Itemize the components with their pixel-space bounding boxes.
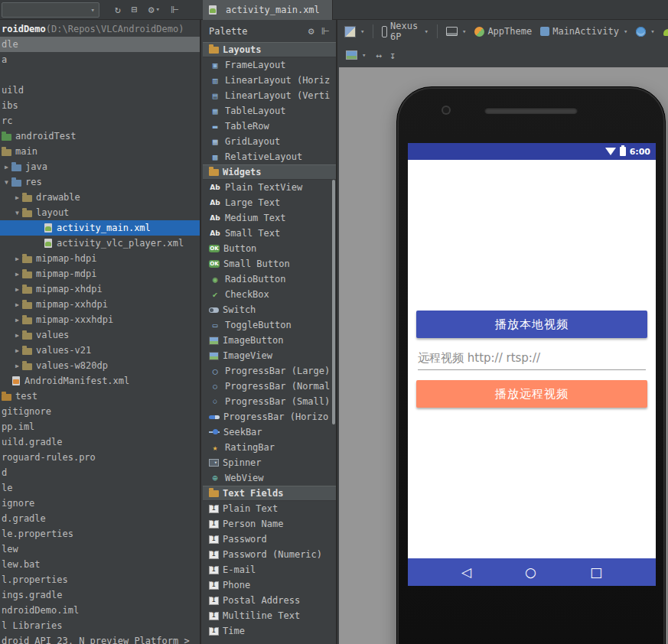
tree-row-ings-gradle[interactable]: ings.gradle xyxy=(0,587,200,603)
palette-item-imageview[interactable]: ImageView xyxy=(203,348,336,363)
chevron-collapsed-icon[interactable]: ▶ xyxy=(12,363,22,369)
pan-icon[interactable]: ↔ xyxy=(376,50,382,60)
tree-row-layout[interactable]: ▼layout xyxy=(0,205,200,220)
tree-row-l-properties[interactable]: l.properties xyxy=(0,572,200,587)
palette-item-phone[interactable]: IPhone xyxy=(203,577,336,593)
editor-tab-activity-main[interactable]: activity_main.xml xyxy=(203,0,333,20)
palette-item-linearlayout-verti[interactable]: ▤LinearLayout (Verti xyxy=(203,88,336,103)
tree-row-lew[interactable]: lew xyxy=(0,542,200,557)
tree-row-androidmanifest-xml[interactable]: AndroidManifest.xml xyxy=(0,373,200,389)
tree-row-mipmap-xhdpi[interactable]: ▶mipmap-xhdpi xyxy=(0,281,200,297)
tree-row-activity-vlc-player-xml[interactable]: activity_vlc_player.xml xyxy=(0,236,200,251)
settings-button[interactable]: ⚙ ▾ xyxy=(148,5,160,15)
tree-row-rc[interactable]: rc xyxy=(0,113,200,128)
tree-row-drawable[interactable]: ▶drawable xyxy=(0,190,200,205)
tree-row-d-gradle[interactable]: d.gradle xyxy=(0,511,200,526)
tree-row-lew-bat[interactable]: lew.bat xyxy=(0,557,200,572)
palette-scrollbar[interactable] xyxy=(332,180,335,424)
palette-item-spinner[interactable]: ▾Spinner xyxy=(203,455,336,470)
tree-row-l-libraries[interactable]: l Libraries xyxy=(0,618,200,633)
palette-section-text-fields[interactable]: Text Fields xyxy=(203,486,336,501)
palette-item-progressbar-small[interactable]: ○ProgressBar (Small) xyxy=(203,394,336,409)
palette-item-small-button[interactable]: OKSmall Button xyxy=(203,256,336,272)
tree-row-res[interactable]: ▼res xyxy=(0,174,200,190)
surface-config-button[interactable]: ▾ xyxy=(342,24,367,39)
chevron-collapsed-icon[interactable]: ▶ xyxy=(12,317,22,324)
palette-item-framelayout[interactable]: ▣FrameLayout xyxy=(203,57,336,73)
tree-row-main[interactable]: main xyxy=(0,144,200,159)
locale-selector[interactable]: ▾ xyxy=(634,25,657,38)
chevron-expanded-icon[interactable]: ▼ xyxy=(2,179,11,186)
tree-row-ibs[interactable]: ibs xyxy=(0,98,200,113)
palette-item-e-mail[interactable]: IE-mail xyxy=(203,562,336,577)
tree-row-pp-iml[interactable]: pp.iml xyxy=(0,419,200,434)
palette-item-ratingbar[interactable]: ★RatingBar xyxy=(203,440,336,455)
play-remote-button[interactable]: 播放远程视频 xyxy=(416,380,647,408)
tree-row-roiddemo[interactable]: roidDemo (D:\Repos\VLCAndroidDemo) xyxy=(0,21,200,37)
theme-selector[interactable]: AppTheme xyxy=(472,24,534,38)
palette-item-imagebutton[interactable]: ImageButton xyxy=(203,333,336,348)
palette-item-small-text[interactable]: AbSmall Text xyxy=(203,226,336,241)
palette-item-seekbar[interactable]: SeekBar xyxy=(203,424,336,440)
palette-item-multiline-text[interactable]: IMultiline Text xyxy=(203,608,336,623)
tree-row-d[interactable]: d xyxy=(0,465,200,480)
chevron-collapsed-icon[interactable]: ▶ xyxy=(12,194,22,201)
palette-section-widgets[interactable]: Widgets xyxy=(203,164,336,180)
play-local-button[interactable]: 播放本地视频 xyxy=(416,311,647,338)
back-icon[interactable]: ◁ xyxy=(461,566,471,579)
chevron-collapsed-icon[interactable]: ▶ xyxy=(12,332,22,339)
activity-selector[interactable]: MainActivity ▾ xyxy=(538,24,630,38)
palette-item-person-name[interactable]: IPerson Name xyxy=(203,516,336,532)
palette-item-plain-textview[interactable]: AbPlain TextView xyxy=(203,180,336,195)
palette-item-medium-text[interactable]: AbMedium Text xyxy=(203,210,336,226)
screenshot-button[interactable]: ▾ xyxy=(344,49,368,61)
palette-item-plain-text[interactable]: IPlain Text xyxy=(203,501,336,516)
tree-row-ndroiddemo-iml[interactable]: ndroidDemo.iml xyxy=(0,603,200,618)
sync-icon[interactable]: ↻ xyxy=(115,5,121,15)
chevron-collapsed-icon[interactable]: ▶ xyxy=(12,255,22,262)
toolbar-dropdown[interactable]: ▾ xyxy=(2,2,99,18)
design-canvas[interactable]: 6:00 播放本地视频 远程视频 http:// rtsp:// 播放远程视频 … xyxy=(339,67,668,644)
chevron-collapsed-icon[interactable]: ▶ xyxy=(2,164,11,171)
tree-row-le-properties[interactable]: le.properties xyxy=(0,526,200,542)
tree-row-a[interactable]: a xyxy=(0,52,200,67)
palette-item-postal-address[interactable]: IPostal Address xyxy=(203,593,336,608)
tree-row-uild-gradle[interactable]: uild.gradle xyxy=(0,434,200,450)
tree-row-droid-api-23-n-preview-platform[interactable]: droid API 23, N preview Platform > xyxy=(0,633,200,644)
chevron-collapsed-icon[interactable]: ▶ xyxy=(12,347,22,354)
palette-item-webview[interactable]: ⊕WebView xyxy=(203,470,336,486)
palette-item-time[interactable]: ITime xyxy=(203,623,336,639)
palette-item-password-numeric[interactable]: IPassword (Numeric) xyxy=(203,547,336,562)
tree-row-values-w820dp[interactable]: ▶values-w820dp xyxy=(0,358,200,373)
tree-row-uild[interactable]: uild xyxy=(0,83,200,98)
tree-row-le[interactable]: le xyxy=(0,480,200,496)
tree-row-mipmap-xxhdpi[interactable]: ▶mipmap-xxhdpi xyxy=(0,297,200,312)
tree-row-gitignore[interactable]: gitignore xyxy=(0,404,200,419)
palette-item-large-text[interactable]: AbLarge Text xyxy=(203,195,336,210)
palette-item-checkbox[interactable]: ✔CheckBox xyxy=(203,287,336,302)
tree-row-ignore[interactable]: ignore xyxy=(0,496,200,511)
palette-item-progressbar-normal[interactable]: ◯ProgressBar (Normal xyxy=(203,379,336,394)
hide-panel-icon[interactable]: ⊩ xyxy=(171,5,179,15)
chevron-expanded-icon[interactable]: ▼ xyxy=(12,210,22,216)
palette-section-layouts[interactable]: Layouts xyxy=(203,42,336,57)
tree-row-values[interactable]: ▶values xyxy=(0,327,200,343)
tree-row-dle[interactable]: dle xyxy=(0,37,200,52)
remote-url-field[interactable]: 远程视频 http:// rtsp:// xyxy=(418,350,646,370)
palette-item-switch[interactable]: Switch xyxy=(203,302,336,317)
palette-item-button[interactable]: OKButton xyxy=(203,241,336,256)
export-icon[interactable]: ↧ xyxy=(389,50,396,60)
tree-row-activity-main-xml[interactable]: activity_main.xml xyxy=(0,220,200,236)
palette-settings-icon[interactable]: ⚙ xyxy=(308,26,314,36)
palette-item-linearlayout-horiz[interactable]: ▥LinearLayout (Horiz xyxy=(203,73,336,88)
chevron-collapsed-icon[interactable]: ▶ xyxy=(12,286,22,293)
palette-item-password[interactable]: IPassword xyxy=(203,532,336,547)
collapse-all-icon[interactable]: ⊟ xyxy=(132,5,138,15)
tree-row-mipmap-hdpi[interactable]: ▶mipmap-hdpi xyxy=(0,251,200,266)
orientation-selector[interactable]: ▾ xyxy=(444,25,468,37)
home-icon[interactable]: ○ xyxy=(525,566,536,579)
tree-row-roguard-rules-pro[interactable]: roguard-rules.pro xyxy=(0,450,200,465)
tree-row-values-v21[interactable]: ▶values-v21 xyxy=(0,343,200,358)
palette-item-progressbar-large[interactable]: ◯ProgressBar (Large) xyxy=(203,363,336,379)
palette-item-tablerow[interactable]: ▬TableRow xyxy=(203,119,336,134)
